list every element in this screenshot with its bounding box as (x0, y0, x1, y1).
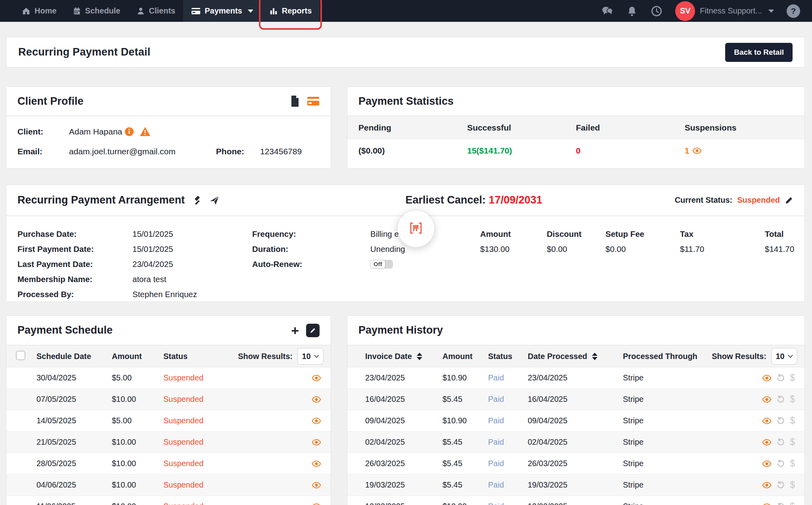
barcode-scan-icon (407, 219, 425, 239)
view-eye-icon[interactable] (312, 503, 321, 505)
scan-fab-button[interactable] (398, 211, 434, 247)
select-all-checkbox[interactable] (16, 351, 25, 360)
refund-undo-icon[interactable] (776, 481, 785, 490)
processed-by-label: Processed By: (17, 290, 132, 299)
purchase-date-value: 15/01/2025 (132, 229, 173, 239)
view-eye-icon[interactable] (762, 396, 772, 403)
first-payment-label: First Payment Date: (17, 244, 132, 254)
refund-undo-icon[interactable] (776, 417, 785, 425)
charge-dollar-icon[interactable]: $ (790, 480, 795, 490)
main-content: Recurring Payment Detail Back to Retail … (0, 22, 812, 505)
history-invoice-date: 02/04/2025 (365, 438, 442, 447)
edit-schedule-icon[interactable] (306, 324, 320, 337)
history-col-date-processed: Date Processed (528, 352, 587, 361)
gavel-icon[interactable] (192, 195, 202, 205)
schedule-col-status: Status (163, 352, 232, 361)
history-col-invoice-date: Invoice Date (365, 352, 412, 361)
edit-pencil-icon[interactable] (785, 196, 793, 205)
show-results-label: Show Results: (238, 352, 293, 361)
view-eye-icon[interactable] (762, 438, 772, 446)
view-eye-icon[interactable] (312, 374, 321, 382)
refund-undo-icon[interactable] (776, 395, 785, 404)
info-icon[interactable] (124, 127, 134, 136)
charge-dollar-icon[interactable]: $ (790, 501, 795, 505)
refund-undo-icon[interactable] (776, 438, 785, 447)
nav-item-schedule[interactable]: Schedule (65, 0, 128, 22)
clock-icon[interactable] (651, 5, 663, 17)
history-status-link[interactable]: Paid (488, 502, 528, 505)
email-value: adam.joel.turner@gmail.com (69, 147, 176, 156)
back-to-retail-button[interactable]: Back to Retail (725, 43, 793, 62)
charge-dollar-icon[interactable]: $ (790, 415, 795, 426)
view-eye-icon[interactable] (312, 438, 321, 446)
history-row: 16/04/2025$5.45Paid16/04/2025Stripe$ (347, 389, 804, 410)
view-eye-icon[interactable] (692, 147, 702, 155)
sort-date-processed-icon[interactable] (592, 353, 598, 360)
history-status-link[interactable]: Paid (488, 373, 528, 382)
history-invoice-date: 23/04/2025 (365, 373, 442, 382)
refund-undo-icon[interactable] (776, 502, 785, 505)
view-eye-icon[interactable] (762, 374, 772, 382)
warning-icon[interactable] (140, 127, 151, 136)
history-invoice-date: 12/03/2025 (365, 502, 442, 505)
stats-header-suspensions: Suspensions (685, 123, 793, 132)
stats-header-successful: Successful (467, 123, 576, 132)
history-status-link[interactable]: Paid (488, 480, 528, 490)
auto-renew-toggle[interactable]: Off (370, 259, 393, 269)
payment-card-icon[interactable] (307, 96, 320, 106)
show-results-select[interactable]: 10 (771, 348, 797, 365)
chat-icon[interactable] (601, 5, 613, 17)
nav-item-home[interactable]: Home (14, 0, 65, 22)
history-col-amount: Amount (442, 352, 488, 361)
view-eye-icon[interactable] (312, 460, 321, 468)
view-eye-icon[interactable] (312, 481, 321, 489)
user-menu[interactable]: SV Fitness Support... (675, 1, 774, 21)
refund-undo-icon[interactable] (776, 374, 785, 382)
payment-schedule-title: Payment Schedule (17, 324, 113, 336)
history-date-processed: 19/03/2025 (528, 480, 623, 490)
history-processed-through: Stripe (623, 502, 705, 505)
nav-item-reports[interactable]: Reports (261, 0, 320, 22)
refund-undo-icon[interactable] (776, 459, 785, 468)
nav-item-payments[interactable]: Payments (183, 0, 261, 22)
show-results-select[interactable]: 10 (297, 348, 324, 365)
duration-label: Duration: (252, 244, 370, 254)
bell-icon[interactable] (626, 5, 638, 17)
charge-dollar-icon[interactable]: $ (790, 437, 795, 447)
document-icon[interactable] (290, 95, 300, 107)
show-results-label: Show Results: (712, 352, 766, 361)
help-icon[interactable]: ? (787, 4, 800, 18)
stats-failed-value: 0 (576, 146, 685, 156)
view-eye-icon[interactable] (762, 503, 772, 505)
nav-item-clients[interactable]: Clients (128, 0, 184, 22)
add-schedule-icon[interactable]: + (291, 324, 299, 337)
client-profile-title: Client Profile (17, 95, 84, 108)
history-status-link[interactable]: Paid (488, 438, 528, 447)
sort-invoice-date-icon[interactable] (417, 353, 422, 360)
chevron-down-icon (768, 10, 774, 13)
email-label: Email: (17, 147, 69, 156)
stats-header-failed: Failed (576, 123, 685, 132)
schedule-row: 21/05/2025$10.00Suspended (6, 432, 331, 453)
view-eye-icon[interactable] (762, 481, 772, 489)
view-eye-icon[interactable] (312, 417, 321, 425)
view-eye-icon[interactable] (762, 460, 772, 468)
arrangement-title: Recurring Payment Arrangement (17, 194, 185, 206)
view-eye-icon[interactable] (762, 417, 772, 425)
view-eye-icon[interactable] (312, 396, 321, 403)
history-status-link[interactable]: Paid (488, 459, 528, 468)
charge-dollar-icon[interactable]: $ (790, 394, 795, 405)
history-processed-through: Stripe (623, 373, 705, 382)
schedule-amount: $5.00 (112, 416, 163, 425)
history-status-link[interactable]: Paid (488, 395, 528, 404)
history-processed-through: Stripe (623, 395, 705, 404)
history-col-processed-through: Processed Through (623, 352, 705, 361)
schedule-date: 21/05/2025 (36, 438, 112, 447)
history-status-link[interactable]: Paid (488, 416, 528, 425)
charge-dollar-icon[interactable]: $ (790, 458, 795, 469)
charge-dollar-icon[interactable]: $ (790, 373, 795, 383)
send-icon[interactable] (209, 195, 220, 205)
history-row: 12/03/2025$10.90Paid12/03/2025Stripe$ (347, 496, 804, 505)
schedule-date: 11/06/2025 (36, 502, 112, 505)
payment-statistics-title: Payment Statistics (358, 95, 454, 108)
